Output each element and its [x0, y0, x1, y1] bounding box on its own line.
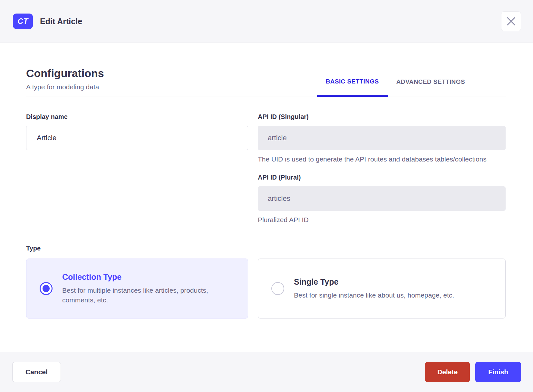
single-type-title: Single Type: [294, 277, 454, 287]
settings-tabs: BASIC SETTINGS ADVANCED SETTINGS: [317, 78, 474, 96]
finish-button[interactable]: Finish: [475, 362, 521, 382]
tab-basic-settings[interactable]: BASIC SETTINGS: [317, 78, 388, 97]
close-icon: [507, 17, 515, 25]
delete-button[interactable]: Delete: [425, 362, 470, 382]
collection-type-title: Collection Type: [62, 272, 235, 282]
collection-type-radio[interactable]: [40, 282, 53, 295]
content-type-badge: CT: [13, 14, 33, 29]
api-id-column: API ID (Singular) The UID is used to gen…: [258, 113, 506, 225]
type-section: Type Collection Type Best for multiple i…: [26, 245, 506, 318]
type-label: Type: [26, 245, 506, 252]
display-name-field: Display name: [26, 113, 248, 225]
api-id-plural-label: API ID (Plural): [258, 174, 506, 181]
tab-advanced-settings[interactable]: ADVANCED SETTINGS: [388, 78, 474, 96]
configurations-header: Configurations A type for modeling data …: [26, 67, 506, 96]
api-id-singular-hint: The UID is used to generate the API rout…: [258, 154, 496, 164]
single-type-description: Best for single instance like about us, …: [294, 290, 454, 300]
configuration-form: Display name API ID (Singular) The UID i…: [26, 113, 506, 225]
collection-type-description: Best for multiple instances like article…: [62, 286, 235, 305]
cancel-button[interactable]: Cancel: [12, 362, 61, 382]
modal-body: Configurations A type for modeling data …: [0, 43, 533, 352]
single-type-radio[interactable]: [271, 282, 284, 295]
single-type-text: Single Type Best for single instance lik…: [294, 277, 454, 300]
api-id-singular-input: [258, 126, 506, 150]
api-id-singular-label: API ID (Singular): [258, 113, 506, 121]
section-subtitle: A type for modeling data: [26, 83, 104, 92]
type-options: Collection Type Best for multiple instan…: [26, 259, 506, 318]
single-type-option[interactable]: Single Type Best for single instance lik…: [258, 259, 506, 318]
display-name-input[interactable]: [26, 126, 248, 150]
modal-footer: Cancel Delete Finish: [0, 352, 533, 392]
close-button[interactable]: [501, 11, 521, 31]
collection-type-text: Collection Type Best for multiple instan…: [62, 272, 235, 305]
collection-type-option[interactable]: Collection Type Best for multiple instan…: [26, 259, 248, 318]
api-id-plural-field: API ID (Plural) Pluralized API ID: [258, 174, 506, 225]
api-id-plural-hint: Pluralized API ID: [258, 215, 496, 225]
api-id-singular-field: API ID (Singular) The UID is used to gen…: [258, 113, 506, 164]
footer-actions: Delete Finish: [425, 362, 521, 382]
modal-header-left: CT Edit Article: [13, 14, 82, 29]
configurations-titles: Configurations A type for modeling data: [26, 67, 104, 96]
edit-content-type-modal: CT Edit Article Configurations A type fo…: [0, 0, 533, 392]
section-title: Configurations: [26, 67, 104, 80]
modal-header: CT Edit Article: [0, 0, 533, 43]
api-id-plural-input: [258, 186, 506, 211]
modal-title: Edit Article: [40, 17, 82, 26]
display-name-label: Display name: [26, 113, 248, 121]
